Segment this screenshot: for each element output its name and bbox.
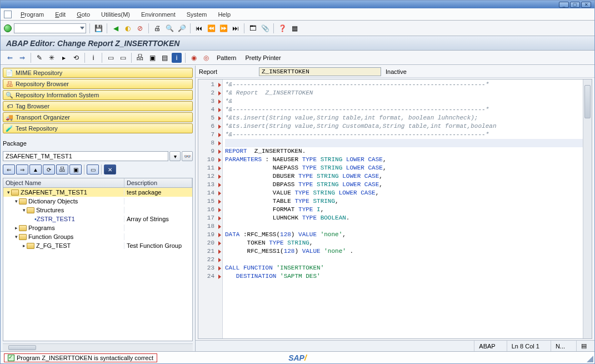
tree-row[interactable]: ▸Z_FG_TESTTest Function Group [3,241,192,250]
print-icon[interactable]: 🖨 [152,23,162,33]
nav-back-icon[interactable]: ⇐ [5,53,15,63]
status-pos: Ln 8 Col 1 [507,341,544,351]
nav-up-icon[interactable]: ▲ [29,164,42,174]
code-area[interactable]: *&--------------------------------------… [223,79,583,338]
package-dropdown-button[interactable]: ▾ [169,151,181,161]
tree-row[interactable]: ▸Programs [3,223,192,232]
expand-icon[interactable]: ▾ [6,190,11,195]
check-icon[interactable]: ✎ [34,53,44,63]
status-lang: ABAP [474,341,499,351]
info-icon[interactable]: i [172,53,182,63]
breakpoint-icon[interactable]: ▣ [147,53,157,63]
tree-hscroll[interactable] [3,343,193,351]
nav-tree-icon[interactable]: 品 [56,164,68,174]
save-icon[interactable]: 💾 [93,23,103,33]
expand-icon[interactable]: ▾ [13,198,19,204]
expand-icon[interactable]: ▾ [13,234,19,240]
cancel-icon[interactable]: ⊘ [135,23,145,33]
nav-close-icon[interactable]: ✕ [104,164,116,174]
nav-prev-icon[interactable]: ⇐ [3,164,15,174]
vscrollbar[interactable] [583,79,592,338]
new-session-icon[interactable]: 🗔 [248,23,258,33]
menu-program[interactable]: PProgramrogram [15,11,49,18]
package-input[interactable] [3,151,168,161]
object-tree: Object Name Description ▾ZSAFENET_TM_TES… [3,178,193,341]
menu-system[interactable]: System [181,11,213,18]
maximize-button[interactable]: ▢ [570,2,580,8]
menu-environment[interactable]: Environment [136,11,181,18]
line-gutter[interactable]: 123456789101112131415161718192021222324 [198,79,223,338]
test-icon[interactable]: ▸ [59,53,69,63]
shortcut-icon[interactable]: 📎 [260,23,270,33]
menu-utilities[interactable]: Utilities(M) [96,11,136,18]
close-button[interactable]: ✕ [581,2,591,8]
enhance-icon[interactable]: ▭ [118,53,128,63]
last-page-icon[interactable]: ⏭ [231,23,241,33]
editor-pane: Report Z_INSERTTOKEN Inactive 1234567891… [195,66,594,351]
back-icon[interactable]: ◀ [111,23,121,33]
transport-organizer-button[interactable]: 🚚Transport Organizer [3,112,193,122]
col-description[interactable]: Description [124,178,192,187]
next-page-icon[interactable]: ⏩ [218,23,228,33]
expand-icon[interactable]: ▸ [13,225,19,231]
menu-bar: PProgramrogram Edit Goto Utilities(M) En… [1,8,594,21]
exit-icon[interactable]: ◐ [123,23,133,33]
document-icon [4,11,12,18]
folder-icon [19,234,27,240]
tree-row[interactable]: ▾Structures [3,206,192,215]
enter-icon[interactable] [4,24,12,32]
variant-icon[interactable]: ▤ [159,53,169,63]
where-used-icon[interactable]: ⟲ [71,53,81,63]
page-title: ABAP Editor: Change Report Z_INSERTTOKEN [6,39,179,48]
test-icon: 🧪 [6,124,13,132]
nav-forward-icon[interactable]: ⇒ [17,53,27,63]
menu-edit[interactable]: Edit [49,11,71,18]
menu-help[interactable]: Help [212,11,236,18]
test-repository-button[interactable]: 🧪Test Repository [3,123,193,133]
expand-icon[interactable]: ▾ [21,207,27,213]
tree-row[interactable]: • ZSTR_TEST1Array of Strings [3,215,192,223]
minimize-button[interactable]: _ [559,2,569,8]
package-row: ▾ 👓 [3,151,193,161]
tree-row[interactable]: ▾Dictionary Objects [3,197,192,206]
delete-breakpoint-icon[interactable]: ◎ [201,53,211,63]
object-tree-body[interactable]: ▾ZSAFENET_TM_TEST1test package▾Dictionar… [3,188,192,341]
resize-grip-icon[interactable] [587,356,593,362]
repository-infosys-button[interactable]: 🔍Repository Information System [3,90,193,100]
nav-next-icon[interactable]: ⇒ [16,164,28,174]
pattern-button[interactable]: Pattern [213,54,239,61]
mime-repository-button[interactable]: 📄MIME Repository [3,68,193,78]
nav-refresh-icon[interactable]: ⟳ [43,164,55,174]
window-titlebar: _ ▢ ✕ [1,1,594,8]
repository-browser-button[interactable]: 品Repository Browser [3,79,193,89]
activate-icon[interactable]: ✳ [47,53,57,63]
hierarchy-icon[interactable]: 品 [135,53,145,63]
help-icon[interactable]: ❓ [277,23,287,33]
tree-row[interactable]: ▾ZSAFENET_TM_TEST1test package [3,188,192,197]
nav-collapse-icon[interactable]: ▣ [69,164,82,174]
first-page-icon[interactable]: ⏮ [194,23,204,33]
menu-goto[interactable]: Goto [71,11,96,18]
report-name-field[interactable]: Z_INSERTTOKEN [259,67,381,76]
display-object-icon[interactable]: i [88,53,98,63]
scroll-thumb[interactable] [584,85,591,118]
folder-icon [19,198,27,205]
display-button[interactable]: 👓 [182,151,193,161]
status-extra-icon[interactable]: ▤ [576,341,591,351]
code-editor[interactable]: 123456789101112131415161718192021222324 … [198,79,592,339]
find-next-icon[interactable]: 🔎 [177,23,187,33]
other-object-icon[interactable]: ▭ [106,53,116,63]
command-field[interactable] [14,23,86,33]
set-breakpoint-icon[interactable]: ◉ [189,53,199,63]
find-icon[interactable]: 🔍 [164,23,174,33]
col-object-name[interactable]: Object Name [3,178,124,187]
tree-row[interactable]: ▾Function Groups [3,232,192,241]
nav-display-icon[interactable]: ▭ [87,164,99,174]
main-area: 📄MIME Repository 品Repository Browser 🔍Re… [1,65,594,351]
pretty-printer-button[interactable]: Pretty Printer [242,54,284,61]
expand-icon[interactable]: ▸ [21,243,27,248]
layout-icon[interactable]: ▦ [289,23,299,33]
truck-icon: 🚚 [6,113,13,121]
prev-page-icon[interactable]: ⏪ [206,23,216,33]
tag-browser-button[interactable]: 🏷Tag Browser [3,101,193,111]
